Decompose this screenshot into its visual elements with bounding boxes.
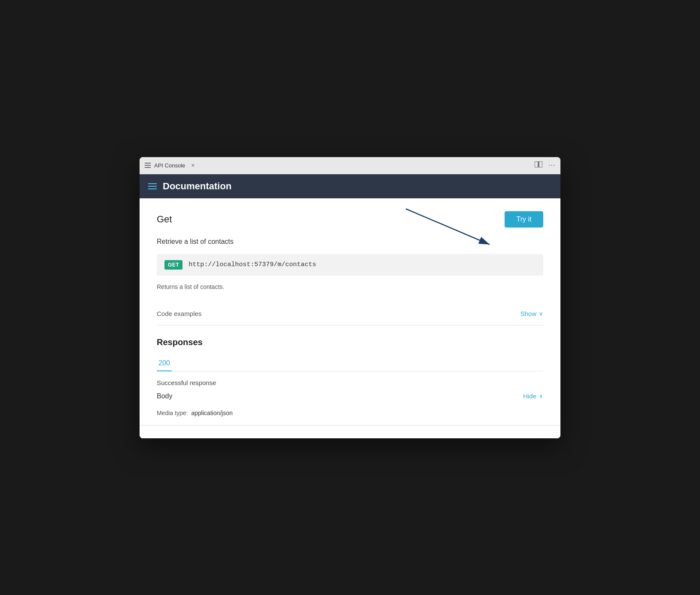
endpoint-method-label: Get [157, 214, 172, 225]
url-bar: GET http://localhost:57379/m/contacts [157, 254, 543, 276]
try-it-button[interactable]: Try it [505, 211, 543, 228]
endpoint-description: Retrieve a list of contacts [157, 238, 543, 246]
tab-right: ··· [535, 161, 555, 169]
media-type-label: Media type: [157, 410, 188, 416]
tab-close-button[interactable]: × [189, 161, 197, 170]
tab-title: API Console [154, 162, 185, 169]
more-options-icon[interactable]: ··· [548, 161, 555, 169]
window-container: API Console × ··· Documentation [140, 157, 560, 438]
tab-menu-icon[interactable] [145, 163, 151, 168]
tab-left: API Console × [145, 161, 197, 170]
svg-rect-1 [539, 161, 542, 167]
header-bar: Documentation [140, 174, 560, 198]
page-title: Documentation [163, 181, 231, 192]
header-menu-icon[interactable] [148, 183, 157, 189]
show-label: Show [520, 310, 536, 317]
bottom-divider [140, 425, 560, 425]
media-type-value: application/json [191, 410, 233, 416]
url-text: http://localhost:57379/m/contacts [189, 261, 316, 268]
responses-heading: Responses [157, 337, 543, 347]
body-row: Body Hide ∧ [157, 392, 543, 400]
body-label: Body [157, 392, 172, 400]
chevron-up-icon: ∧ [539, 393, 543, 399]
main-content: Get Try it Retrieve a list of contacts G… [140, 198, 560, 438]
code-examples-label: Code examples [157, 310, 201, 317]
response-desc: Successful response [157, 379, 543, 386]
tab-bar: API Console × ··· [140, 157, 560, 174]
media-type-row: Media type: application/json [157, 410, 543, 416]
split-view-icon[interactable] [535, 161, 542, 169]
hide-toggle-button[interactable]: Hide ∧ [523, 392, 543, 400]
chevron-down-icon: ∨ [539, 310, 543, 317]
svg-rect-0 [535, 161, 538, 167]
show-toggle-button[interactable]: Show ∨ [520, 310, 543, 317]
response-tab-200[interactable]: 200 [157, 356, 172, 371]
endpoint-header: Get Try it [157, 211, 543, 228]
method-badge: GET [164, 260, 183, 270]
code-examples-section: Code examples Show ∨ [157, 302, 543, 325]
returns-text: Returns a list of contacts. [157, 283, 543, 290]
response-info: Successful response [157, 379, 543, 386]
response-tabs: 200 [157, 356, 543, 371]
hide-label: Hide [523, 392, 536, 400]
